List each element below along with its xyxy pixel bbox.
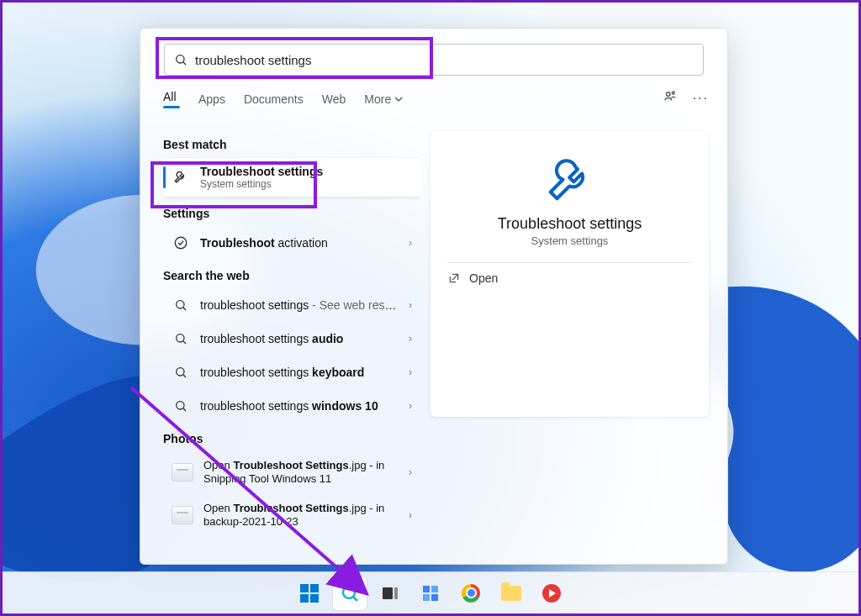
tab-apps[interactable]: Apps — [198, 92, 225, 111]
photo-result[interactable]: Open Troubleshoot Settings.jpg - in back… — [163, 495, 420, 536]
svg-point-2 — [177, 55, 184, 63]
svg-rect-20 — [423, 586, 430, 592]
best-match-subtitle: System settings — [200, 178, 412, 190]
chrome-icon — [462, 584, 480, 603]
web-result[interactable]: troubleshoot settings audio › — [163, 323, 420, 355]
web-term: troubleshoot settings — [200, 298, 309, 312]
svg-rect-19 — [394, 587, 398, 599]
search-icon — [172, 329, 190, 348]
tab-web[interactable]: Web — [322, 92, 346, 111]
section-photos: Photos — [163, 432, 420, 445]
best-match-result[interactable]: Troubleshoot settings System settings — [163, 158, 420, 197]
svg-rect-22 — [423, 594, 430, 601]
settings-result[interactable]: Troubleshoot activation › — [163, 227, 420, 259]
more-options-icon[interactable]: ··· — [693, 91, 709, 106]
result-preview: Troubleshoot settings System settings Op… — [430, 131, 709, 417]
search-icon — [172, 296, 190, 314]
preview-subtitle: System settings — [531, 234, 609, 247]
open-action[interactable]: Open — [447, 271, 498, 285]
search-icon — [172, 363, 190, 382]
svg-point-4 — [666, 92, 670, 97]
section-settings: Settings — [163, 207, 420, 220]
web-result[interactable]: troubleshoot settings - See web results … — [163, 289, 420, 321]
task-view-icon — [380, 583, 400, 603]
feedback-icon[interactable] — [663, 89, 678, 108]
svg-point-9 — [177, 334, 184, 342]
search-input[interactable] — [188, 53, 695, 67]
taskbar-app-generic[interactable] — [535, 577, 568, 610]
chevron-right-icon: › — [409, 400, 412, 412]
search-icon — [173, 52, 188, 67]
check-circle-icon — [172, 234, 190, 252]
search-tabs: All Apps Documents Web More — [163, 90, 403, 113]
tab-documents[interactable]: Documents — [244, 92, 304, 111]
wrench-icon — [544, 153, 596, 205]
image-thumb-icon — [172, 463, 193, 482]
web-result[interactable]: troubleshoot settings windows 10 › — [163, 390, 420, 422]
web-result[interactable]: troubleshoot settings keyboard › — [163, 356, 420, 388]
svg-line-12 — [183, 375, 186, 377]
svg-point-16 — [343, 587, 355, 598]
svg-line-10 — [183, 341, 186, 344]
taskbar-app-chrome[interactable] — [454, 577, 488, 610]
task-view-button[interactable] — [373, 577, 407, 610]
chevron-right-icon: › — [409, 366, 412, 378]
result-suffix: activation — [275, 236, 328, 250]
taskbar — [3, 571, 858, 613]
chevron-down-icon — [394, 95, 403, 103]
svg-point-7 — [177, 301, 184, 308]
red-app-icon — [542, 584, 561, 603]
widgets-icon — [420, 583, 441, 603]
svg-line-8 — [183, 308, 186, 310]
svg-line-3 — [183, 62, 186, 65]
preview-title: Troubleshoot settings — [498, 215, 642, 233]
wrench-icon — [172, 168, 190, 187]
svg-point-5 — [672, 92, 674, 94]
search-actions: ··· — [663, 89, 709, 108]
search-box[interactable] — [164, 44, 704, 76]
taskbar-search-button[interactable] — [333, 577, 367, 610]
open-label: Open — [469, 271, 498, 285]
section-best-match: Best match — [163, 138, 420, 151]
chevron-right-icon: › — [409, 299, 412, 311]
chevron-right-icon: › — [409, 509, 412, 521]
svg-rect-23 — [431, 594, 438, 601]
result-bold: Troubleshoot — [200, 236, 275, 250]
best-match-title: Troubleshoot settings — [200, 165, 412, 178]
svg-line-14 — [183, 408, 186, 411]
svg-point-13 — [177, 402, 184, 409]
section-search-web: Search the web — [163, 269, 420, 282]
svg-line-17 — [353, 597, 357, 601]
svg-point-6 — [175, 237, 187, 249]
widgets-button[interactable] — [414, 577, 447, 610]
tab-all[interactable]: All — [163, 90, 180, 113]
tab-more[interactable]: More — [364, 92, 403, 111]
search-icon — [340, 583, 360, 603]
image-thumb-icon — [172, 506, 193, 524]
open-link-icon — [447, 271, 461, 285]
search-icon — [172, 397, 190, 415]
web-suffix: - See web results — [309, 298, 399, 312]
svg-rect-21 — [431, 586, 438, 592]
windows-logo-icon — [300, 584, 319, 603]
svg-point-11 — [177, 368, 184, 376]
taskbar-app-explorer[interactable] — [494, 577, 528, 610]
folder-icon — [501, 586, 521, 601]
chevron-right-icon: › — [409, 333, 412, 345]
photo-result[interactable]: Open Troubleshoot Settings.jpg - in Snip… — [163, 452, 420, 493]
svg-rect-18 — [383, 587, 393, 599]
search-panel: All Apps Documents Web More ··· Best mat… — [140, 28, 728, 565]
chevron-right-icon: › — [409, 237, 412, 249]
results-column: Best match Troubleshoot settings System … — [163, 131, 420, 557]
start-button[interactable] — [293, 577, 326, 610]
chevron-right-icon: › — [409, 466, 412, 478]
